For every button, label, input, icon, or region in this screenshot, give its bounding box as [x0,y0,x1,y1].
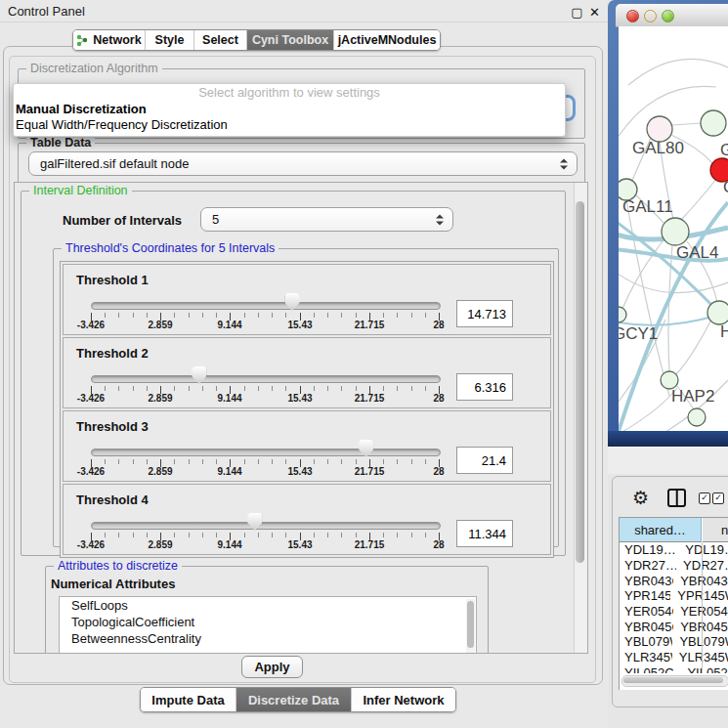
column-layout-button[interactable] [667,489,686,507]
node-label-gal11: GAL11 [622,197,673,216]
network-window-titlebar[interactable] [616,4,728,27]
scale-tick-label: 2.859 [136,393,185,404]
settings-scrollbar-thumb[interactable] [576,201,584,563]
column-header-label: shared… [634,523,686,537]
scale-tick-label: 9.144 [205,320,254,330]
algorithm-option-manual[interactable]: Manual Discretization [14,102,565,117]
scale-tick-label: 15.43 [276,320,324,330]
table-row[interactable]: YIL052CYIL052C [620,665,728,674]
float-window-icon[interactable]: ▢ [571,6,583,19]
table-row[interactable]: YPR145WYPR145W [620,588,728,604]
table-row[interactable]: YER054CYER054C [620,604,728,620]
threshold-value-field[interactable]: 21.4 [456,447,513,474]
tab-select[interactable]: Select [194,30,247,50]
node-partial-top-right[interactable] [701,110,726,136]
table-panel-header: Table Panel [608,447,728,474]
node-gcy1[interactable] [619,307,626,322]
attributes-group-title: Attributes to discretize [54,559,182,573]
table-settings-gear-button[interactable]: ⚙ [632,489,649,508]
node-label-partial-red: CY [723,178,728,196]
tab-impute-data-label: Impute Data [151,693,224,707]
control-panel-header: Control Panel ▢ ✕ [0,0,608,22]
attribute-list-item[interactable]: TopologicalCoefficient [60,614,476,630]
threshold-coordinates-group-title: Threshold's Coordinates for 5 Intervals [62,241,278,255]
tab-cyni-toolbox-label: Cyni Toolbox [252,33,328,47]
scale-tick-label: -3.426 [66,320,115,330]
tab-impute-data[interactable]: Impute Data [141,688,236,711]
threshold-value-field[interactable]: 6.316 [456,373,513,401]
tab-jactivemnodules-label: jActiveMNodules [338,33,437,47]
threshold-value-field[interactable]: 11.344 [456,520,513,547]
node-label-hap2: HAP2 [671,387,714,406]
network-canvas[interactable]: GAL80 GA CY GAL11 GAL4 GCY1 H HAP2 [619,26,728,431]
table-horizontal-scrollbar[interactable] [621,675,728,687]
node-partial-right[interactable] [707,301,728,324]
combo-stepper-icon [436,214,444,225]
control-panel: Control Panel ▢ ✕ Network Style Select C… [0,0,608,728]
table-data-group-title: Table Data [26,136,95,150]
cell-name: YPR145W [670,588,728,603]
threshold-label: Threshold 3 [76,419,149,434]
threshold-slider-track[interactable] [91,375,441,383]
attribute-list-item[interactable]: SelfLoops [60,597,476,614]
scale-tick-label: -3.426 [66,393,115,404]
attributes-list-scrollbar[interactable] [466,599,475,654]
close-icon[interactable]: ✕ [588,6,601,19]
table-horizontal-scrollbar-thumb[interactable] [623,677,723,683]
tab-style[interactable]: Style [146,30,194,50]
screen: Control Panel ▢ ✕ Network Style Select C… [0,0,728,728]
network-icon [76,34,88,47]
table-row[interactable]: YDR27…YDR27… [620,558,728,574]
node-partial-bottom[interactable] [688,408,706,426]
tab-network[interactable]: Network [73,30,146,50]
column-header-name[interactable]: name [703,518,728,542]
table-row[interactable]: YBR043CYBR043C [620,573,728,588]
cell-name: YIL052C [680,665,728,673]
table-row[interactable]: YBL079WYBL079W [620,634,728,650]
tab-discretize-data[interactable]: Discretize Data [236,688,352,711]
scale-tick-label: 2.859 [136,466,185,477]
attribute-list-item[interactable]: BetweennessCentrality [60,630,476,647]
table-row[interactable]: YBR045CYBR045C [620,619,728,634]
threshold-slider-track[interactable] [91,522,441,530]
minimize-traffic-light-icon[interactable] [644,10,657,22]
threshold-row: Threshold 4 -3.426 2.859 9.144 15.43 21.… [63,484,551,555]
cell-name: YLR345W [672,650,728,664]
algorithm-dropdown-popup: Select algorithm to view settings Manual… [13,83,566,137]
algorithm-option-equal-width[interactable]: Equal Width/Frequency Discretization [14,117,565,133]
threshold-value-field[interactable]: 14.713 [456,300,513,327]
scale-tick-label: 9.144 [205,393,254,404]
scale-tick-label: 21.715 [345,393,394,404]
select-checkbox-icon[interactable]: ✓ [712,492,724,504]
threshold-rows-panel: Threshold 1 -3.426 2.859 9.144 15.43 21.… [60,261,554,558]
threshold-slider-track[interactable] [91,449,441,456]
settings-vertical-scrollbar[interactable] [574,183,587,653]
scale-tick-label: -3.426 [66,466,115,477]
table-row[interactable]: YLR345WYLR345W [620,650,728,665]
tab-jactivemnodules[interactable]: jActiveMNodules [334,30,440,50]
table-data-combo[interactable]: galFiltered.sif default node [28,151,578,176]
apply-button[interactable]: Apply [241,656,303,678]
cell-shared-name: YIL052C [620,665,680,673]
tab-cyni-toolbox[interactable]: Cyni Toolbox [247,30,334,50]
close-traffic-light-icon[interactable] [626,10,639,22]
tab-infer-network[interactable]: Infer Network [352,688,455,711]
scale-tick-label: 15.43 [276,466,324,477]
node-gal4[interactable] [662,218,689,245]
bottom-tab-bar: Impute Data Discretize Data Infer Networ… [140,687,456,712]
number-of-intervals-label: Number of Intervals [63,213,182,228]
threshold-slider-track[interactable] [91,302,441,310]
scale-tick-label: 21.715 [345,466,394,477]
zoom-traffic-light-icon[interactable] [662,10,674,22]
scale-tick-label: -3.426 [66,539,115,550]
interval-definition-group-title: Interval Definition [29,184,132,197]
scale-tick-label: 15.43 [276,393,324,404]
tab-select-label: Select [202,33,238,47]
select-checkbox-icon[interactable]: ✓ [699,492,710,504]
table-row[interactable]: YDL19…YDL19… [620,542,728,558]
algorithm-popup-hint: Select algorithm to view settings [14,84,565,102]
node-label-partial-right: H [720,322,728,341]
column-header-shared-name[interactable]: shared… [620,518,702,542]
table-rows: YDL19…YDL19… YDR27…YDR27… YBR043CYBR043C… [620,542,728,673]
number-of-intervals-combo[interactable]: 5 [200,207,453,232]
